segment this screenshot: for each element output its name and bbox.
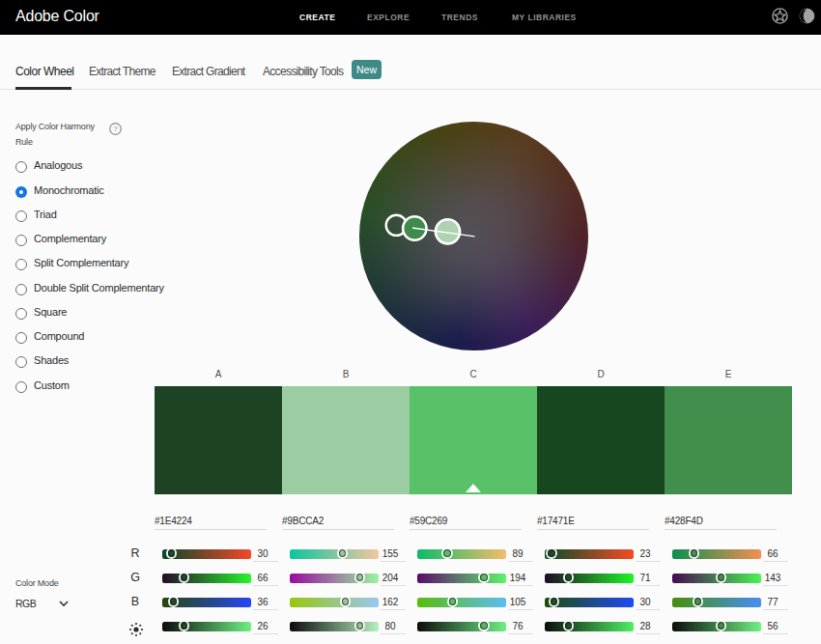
svg-text:?: ? (113, 125, 118, 133)
